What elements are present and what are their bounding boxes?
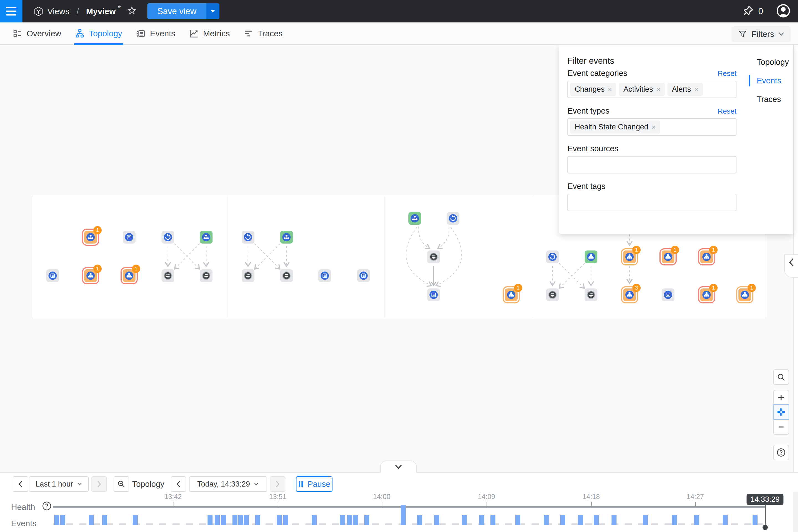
topology-node[interactable] — [242, 231, 254, 244]
timeline-scroll-strip — [793, 492, 798, 532]
topology-node[interactable] — [546, 288, 559, 301]
pod-icon — [587, 291, 595, 299]
service-icon — [702, 253, 711, 261]
topology-node[interactable] — [242, 269, 254, 282]
topology-node[interactable] — [585, 288, 597, 301]
event-bar — [277, 515, 282, 525]
collapse-timeline-handle[interactable] — [380, 460, 417, 473]
topology-node[interactable] — [546, 250, 559, 263]
chip-remove-icon[interactable]: × — [657, 86, 660, 93]
chip-remove-icon[interactable]: × — [608, 86, 612, 93]
save-view-button[interactable]: Save view — [147, 3, 206, 19]
time-axis-tick — [487, 502, 487, 506]
favorite-star-icon[interactable] — [127, 6, 137, 17]
event-bar — [560, 515, 565, 525]
map-search-button[interactable] — [773, 369, 789, 385]
event-bar — [353, 515, 358, 525]
event-bar — [255, 515, 260, 525]
time-axis-tick — [695, 502, 696, 506]
event-types-input[interactable]: Health State Changed× — [568, 118, 737, 136]
event-categories-input[interactable]: Changes×Activities×Alerts× — [568, 81, 737, 98]
topology-node[interactable]: 1 — [738, 288, 751, 301]
tab-metrics[interactable]: Metrics — [188, 22, 231, 44]
pod-icon — [548, 291, 557, 299]
event-count-badge: 1 — [93, 226, 102, 234]
topology-node[interactable] — [318, 269, 331, 282]
event-categories-reset-link[interactable]: Reset — [718, 69, 737, 78]
help-button[interactable] — [773, 445, 789, 460]
topology-node[interactable] — [46, 269, 59, 282]
event-types-reset-link[interactable]: Reset — [718, 107, 737, 116]
pin-icon[interactable] — [742, 5, 754, 18]
topology-node[interactable] — [662, 288, 674, 301]
event-bar — [515, 515, 520, 525]
topology-node[interactable]: 1 — [84, 269, 97, 282]
expand-panel-handle[interactable] — [784, 254, 798, 278]
topology-node[interactable] — [162, 269, 174, 282]
panel-nav-traces[interactable]: Traces — [751, 95, 793, 104]
filters-button[interactable]: Filters — [732, 26, 791, 42]
topology-node[interactable]: 1 — [662, 250, 674, 263]
pod-icon — [282, 271, 291, 280]
topology-node[interactable] — [357, 269, 370, 282]
topology-node[interactable]: 1 — [623, 250, 636, 263]
service-icon — [282, 233, 291, 241]
topology-node[interactable] — [280, 269, 293, 282]
event-count-badge: 1 — [93, 265, 102, 273]
topology-node[interactable]: 1 — [700, 250, 713, 263]
topology-node[interactable] — [162, 231, 174, 244]
event-bar — [434, 515, 439, 525]
service-icon — [664, 253, 672, 261]
topology-node[interactable] — [280, 231, 293, 244]
tab-topology[interactable]: Topology — [74, 22, 123, 44]
topology-node[interactable] — [427, 250, 440, 263]
topology-node[interactable] — [446, 212, 459, 225]
topology-node[interactable]: 1 — [123, 269, 135, 282]
save-view-dropdown-caret[interactable] — [206, 3, 220, 19]
tab-traces[interactable]: Traces — [243, 22, 284, 44]
event-tags-input[interactable] — [568, 194, 737, 211]
fit-to-screen-button[interactable] — [773, 404, 789, 420]
service-icon — [87, 271, 95, 280]
metrics-icon — [189, 29, 199, 38]
topology-node[interactable] — [585, 250, 597, 263]
topology-node[interactable] — [200, 269, 212, 282]
tab-events[interactable]: Events — [135, 22, 176, 44]
topology-node[interactable]: 1 — [505, 288, 518, 301]
topology-node[interactable] — [427, 288, 440, 301]
zoom-out-button[interactable] — [773, 419, 789, 435]
panel-nav-events[interactable]: Events — [751, 76, 793, 86]
grid-icon — [359, 271, 368, 280]
breadcrumb-separator: / — [76, 7, 79, 16]
zoom-in-button[interactable] — [773, 390, 789, 405]
topology-node[interactable]: 3 — [623, 288, 636, 301]
time-axis-tick-label: 14:27 — [687, 493, 704, 501]
panel-nav-topology[interactable]: Topology — [751, 58, 793, 67]
menu-icon[interactable] — [0, 0, 22, 22]
service-icon — [702, 291, 711, 299]
event-sources-input[interactable] — [568, 156, 737, 173]
time-range-back-button[interactable] — [13, 476, 28, 492]
event-bar — [753, 515, 758, 525]
chip-remove-icon[interactable]: × — [652, 123, 656, 131]
topology-node[interactable] — [408, 212, 421, 225]
timeline-track[interactable]: 14:33:29 13:4213:5114:0014:0914:1814:27 — [53, 473, 765, 532]
topology-node[interactable]: 1 — [84, 231, 97, 244]
health-help-icon[interactable] — [42, 501, 52, 513]
event-bar — [694, 515, 699, 525]
topology-node[interactable]: 1 — [700, 288, 713, 301]
chip-remove-icon[interactable]: × — [695, 86, 698, 93]
filter-chip-label: Changes — [575, 85, 605, 94]
breadcrumb-views[interactable]: Views — [48, 7, 69, 16]
tab-label: Metrics — [203, 29, 230, 38]
pin-count: 0 — [758, 6, 763, 16]
tab-label: Topology — [89, 29, 122, 38]
events-baseline — [53, 524, 762, 525]
time-marker-handle[interactable] — [762, 525, 768, 530]
topology-node[interactable] — [123, 231, 135, 244]
tab-overview[interactable]: Overview — [12, 22, 62, 44]
save-view-split-button: Save view — [147, 3, 220, 19]
user-avatar[interactable] — [776, 4, 790, 19]
topology-node[interactable] — [200, 231, 212, 244]
breadcrumb-view-name: Myview — [86, 7, 116, 16]
